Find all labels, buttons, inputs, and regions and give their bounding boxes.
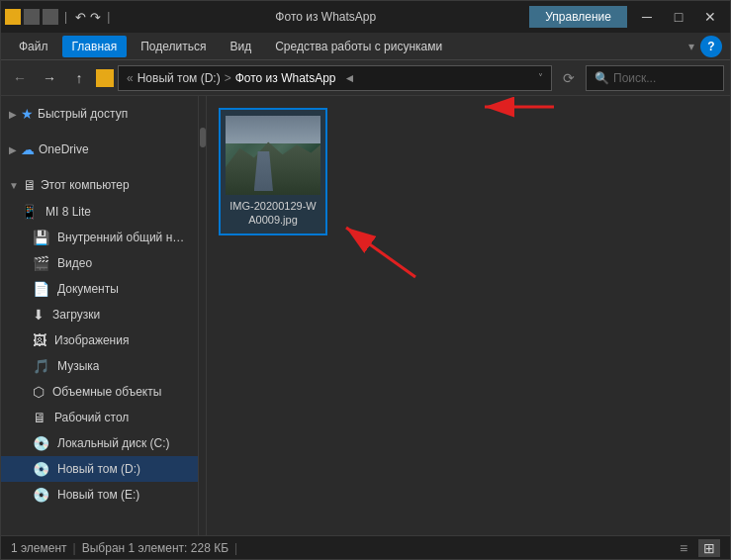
file-thumbnail bbox=[226, 116, 320, 195]
sidebar-item-disk-e[interactable]: 💿 Новый том (E:) bbox=[1, 482, 198, 508]
sidebar-item-music[interactable]: 🎵 Музыка bbox=[1, 353, 198, 379]
sidebar: ▶ ★ Быстрый доступ ▶ ☁ OneDrive ▼ 🖥 Этот… bbox=[1, 96, 199, 535]
sidebar-item-images[interactable]: 🖼 Изображения bbox=[1, 327, 198, 353]
sidebar-item-documents[interactable]: 📄 Документы bbox=[1, 276, 198, 302]
close-button[interactable]: ✕ bbox=[694, 1, 726, 33]
sidebar-disk-e-label: Новый том (E:) bbox=[57, 488, 139, 502]
breadcrumb-drive: Новый том (D:) bbox=[137, 71, 221, 85]
cloud-icon: ☁ bbox=[21, 141, 35, 157]
maximize-button[interactable]: □ bbox=[663, 1, 694, 33]
sidebar-internal-label: Внутренний общий нако... bbox=[57, 231, 186, 244]
address-chevron-icon[interactable]: ˅ bbox=[538, 72, 543, 83]
breadcrumb-arrow: « bbox=[127, 71, 134, 85]
redo-button[interactable]: ↷ bbox=[90, 10, 101, 25]
sidebar-item-3d[interactable]: ⬡ Объемные объекты bbox=[1, 379, 198, 405]
expand-arrow-onedrive-icon: ▶ bbox=[9, 144, 17, 155]
breadcrumb-folder: Фото из WhatsApp bbox=[235, 71, 336, 85]
breadcrumb: « Новый том (D:) > Фото из WhatsApp ◄ bbox=[127, 71, 355, 85]
sidebar-mi8lite-label: MI 8 Lite bbox=[46, 205, 91, 219]
undo-button[interactable]: ↶ bbox=[75, 10, 86, 25]
sidebar-disk-d-label: Новый том (D:) bbox=[57, 462, 140, 476]
disk-e-icon: 💿 bbox=[33, 487, 49, 503]
back-button[interactable]: ← bbox=[7, 65, 33, 91]
address-box[interactable]: « Новый том (D:) > Фото из WhatsApp ◄ ˅ bbox=[118, 65, 552, 91]
sidebar-quick-access-header[interactable]: ▶ ★ Быстрый доступ bbox=[1, 100, 198, 128]
up-button[interactable]: ↑ bbox=[66, 65, 92, 91]
downloads-icon: ⬇ bbox=[33, 307, 45, 323]
window-controls: ─ □ ✕ bbox=[631, 1, 726, 33]
star-icon: ★ bbox=[21, 106, 34, 122]
documents-icon: 📄 bbox=[33, 281, 49, 297]
video-icon: 🎬 bbox=[33, 255, 49, 271]
sidebar-desktop-label: Рабочий стол bbox=[54, 411, 129, 424]
sidebar-item-disk-c[interactable]: 💿 Локальный диск (C:) bbox=[1, 430, 198, 456]
quick-access-label: Быстрый доступ bbox=[38, 107, 128, 121]
menu-picture-tools[interactable]: Средства работы с рисунками bbox=[265, 36, 452, 57]
status-sep-2: | bbox=[234, 541, 237, 555]
menu-file[interactable]: Файл bbox=[9, 36, 58, 57]
menu-home[interactable]: Главная bbox=[62, 36, 128, 57]
sidebar-video-label: Видео bbox=[57, 256, 92, 270]
minimize-button[interactable]: ─ bbox=[631, 1, 663, 33]
computer-icon: 🖥 bbox=[23, 177, 37, 193]
desktop-icon: 🖥 bbox=[33, 410, 46, 425]
breadcrumb-end-arrow: ◄ bbox=[344, 71, 356, 85]
window: | ↶ ↷ | Фото из WhatsApp Управление ─ □ … bbox=[0, 0, 731, 560]
sky-layer bbox=[226, 116, 320, 143]
sidebar-documents-label: Документы bbox=[57, 282, 119, 296]
onedrive-label: OneDrive bbox=[39, 142, 89, 156]
sidebar-section-this-pc: ▼ 🖥 Этот компьютер 📱 MI 8 Lite 💾 Внутрен… bbox=[1, 167, 198, 512]
folder-icon bbox=[96, 69, 114, 87]
sidebar-images-label: Изображения bbox=[54, 333, 129, 347]
sidebar-scrollbar[interactable] bbox=[199, 96, 207, 535]
status-selected: Выбран 1 элемент: 228 КБ bbox=[82, 541, 228, 555]
sidebar-item-mi8lite[interactable]: 📱 MI 8 Lite bbox=[1, 199, 198, 225]
menu-right: ▾ ? bbox=[688, 36, 722, 57]
sidebar-section-quick-access: ▶ ★ Быстрый доступ bbox=[1, 96, 198, 132]
manage-tab-label: Управление bbox=[545, 10, 611, 24]
landscape-image bbox=[226, 116, 320, 195]
sidebar-3d-label: Объемные объекты bbox=[52, 385, 161, 399]
file-item[interactable]: IMG-20200129-WA0009.jpg bbox=[219, 108, 327, 235]
address-bar: ← → ↑ « Новый том (D:) > Фото из WhatsAp… bbox=[1, 60, 730, 96]
forward-button[interactable]: → bbox=[37, 65, 62, 91]
3d-icon: ⬡ bbox=[33, 384, 45, 400]
search-box[interactable]: 🔍 Поиск... bbox=[586, 65, 724, 91]
images-icon: 🖼 bbox=[33, 332, 46, 348]
search-placeholder: Поиск... bbox=[613, 71, 656, 85]
manage-tab[interactable]: Управление bbox=[529, 6, 627, 28]
sidebar-downloads-label: Загрузки bbox=[52, 308, 100, 322]
phone-icon: 📱 bbox=[21, 204, 38, 220]
tiles-view-button[interactable]: ⊞ bbox=[698, 539, 720, 557]
refresh-button[interactable]: ⟳ bbox=[556, 65, 582, 91]
sidebar-item-downloads[interactable]: ⬇ Загрузки bbox=[1, 302, 198, 327]
title-bar-icons: | ↶ ↷ | bbox=[5, 9, 114, 25]
menu-view[interactable]: Вид bbox=[220, 36, 261, 57]
status-bar: 1 элемент | Выбран 1 элемент: 228 КБ | ≡… bbox=[1, 535, 730, 559]
window-icon-1 bbox=[5, 9, 21, 25]
sidebar-music-label: Музыка bbox=[57, 359, 99, 373]
details-view-button[interactable]: ≡ bbox=[673, 539, 694, 557]
expand-arrow-icon: ▶ bbox=[9, 109, 17, 120]
file-area: IMG-20200129-WA0009.jpg bbox=[207, 96, 730, 535]
sidebar-disk-c-label: Локальный диск (C:) bbox=[57, 436, 170, 450]
help-button[interactable]: ? bbox=[700, 36, 722, 57]
sidebar-onedrive-header[interactable]: ▶ ☁ OneDrive bbox=[1, 136, 198, 163]
menu-share[interactable]: Поделиться bbox=[131, 36, 216, 57]
window-icon-3 bbox=[43, 9, 58, 25]
music-icon: 🎵 bbox=[33, 358, 49, 374]
sidebar-item-desktop[interactable]: 🖥 Рабочий стол bbox=[1, 405, 198, 430]
sidebar-item-internal[interactable]: 💾 Внутренний общий нако... bbox=[1, 225, 198, 250]
window-icon-2 bbox=[24, 9, 40, 25]
valley-layer bbox=[226, 167, 320, 195]
main-area: ▶ ★ Быстрый доступ ▶ ☁ OneDrive ▼ 🖥 Этот… bbox=[1, 96, 730, 535]
search-icon: 🔍 bbox=[594, 71, 609, 85]
disk-d-icon: 💿 bbox=[33, 461, 49, 477]
title-bar: | ↶ ↷ | Фото из WhatsApp Управление ─ □ … bbox=[1, 1, 730, 33]
sidebar-this-pc-header[interactable]: ▼ 🖥 Этот компьютер bbox=[1, 171, 198, 199]
disk-c-icon: 💿 bbox=[33, 435, 49, 451]
window-title: Фото из WhatsApp bbox=[122, 10, 529, 24]
sidebar-item-video[interactable]: 🎬 Видео bbox=[1, 250, 198, 276]
sidebar-item-disk-d[interactable]: 💿 Новый том (D:) bbox=[1, 456, 198, 482]
status-view-buttons: ≡ ⊞ bbox=[673, 539, 720, 557]
